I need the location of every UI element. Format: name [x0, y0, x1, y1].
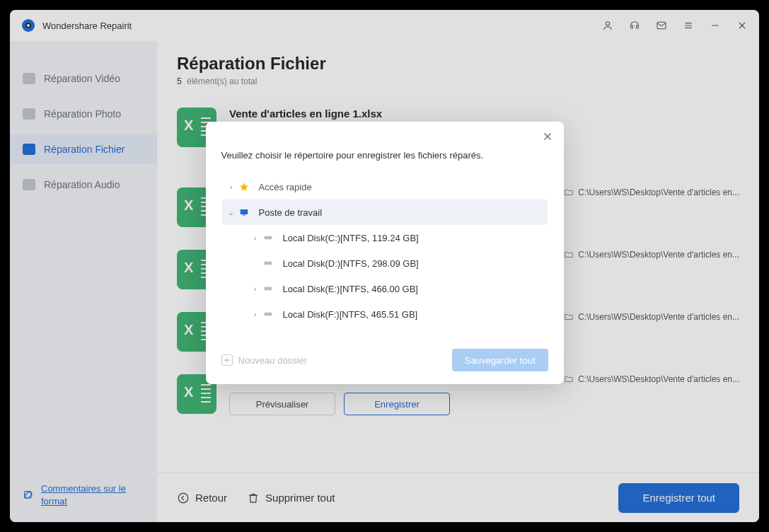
disk-label: Local Disk(D:)[NTFS, 298.09 GB] — [283, 258, 419, 269]
save-directory-modal: Veuillez choisir le répertoire pour enre… — [206, 122, 564, 384]
new-folder-label: Nouveau dossier — [238, 355, 308, 366]
directory-tree: › Accès rapide ⌄ Poste de travail › Loca… — [221, 173, 548, 328]
workstation-label: Poste de travail — [259, 207, 323, 218]
pc-icon — [239, 207, 252, 217]
disk-icon — [263, 258, 276, 268]
tree-workstation[interactable]: ⌄ Poste de travail — [222, 200, 548, 225]
chevron-down-icon: ⌄ — [226, 208, 236, 217]
tree-disk-d[interactable]: Local Disk(D:)[NTFS, 298.09 GB] — [222, 250, 548, 276]
tree-disk-c[interactable]: › Local Disk(C:)[NTFS, 119.24 GB] — [222, 225, 548, 250]
disk-icon — [263, 284, 276, 294]
svg-rect-9 — [243, 215, 245, 216]
disk-label: Local Disk(C:)[NTFS, 119.24 GB] — [283, 233, 419, 243]
chevron-right-icon: › — [250, 233, 260, 242]
svg-rect-11 — [264, 262, 272, 265]
tree-disk-e[interactable]: › Local Disk(E:)[NTFS, 466.00 GB] — [222, 276, 548, 301]
plus-box-icon — [221, 354, 233, 366]
star-icon — [239, 182, 252, 192]
modal-overlay: Veuillez choisir le répertoire pour enre… — [10, 10, 759, 522]
svg-rect-8 — [240, 209, 248, 214]
svg-rect-13 — [264, 313, 272, 316]
app-window: Wondershare Repairit Réparation Vidéo Ré… — [10, 10, 759, 522]
modal-save-all-button[interactable]: Sauvegarder tout — [452, 349, 548, 371]
svg-rect-10 — [264, 236, 272, 240]
disk-label: Local Disk(F:)[NTFS, 465.51 GB] — [283, 309, 418, 320]
new-folder-button[interactable]: Nouveau dossier — [221, 354, 308, 366]
tree-quick-access[interactable]: › Accès rapide — [222, 174, 548, 200]
chevron-right-icon: › — [250, 284, 260, 293]
disk-icon — [263, 233, 276, 243]
svg-rect-12 — [264, 287, 272, 291]
disk-label: Local Disk(E:)[NTFS, 466.00 GB] — [283, 284, 418, 294]
quick-access-label: Accès rapide — [259, 182, 312, 192]
close-icon[interactable] — [541, 130, 554, 143]
chevron-right-icon — [250, 259, 260, 267]
chevron-right-icon: › — [250, 310, 260, 318]
chevron-right-icon: › — [226, 183, 236, 191]
modal-instruction: Veuillez choisir le répertoire pour enre… — [221, 150, 548, 161]
tree-disk-f[interactable]: › Local Disk(F:)[NTFS, 465.51 GB] — [222, 301, 548, 327]
disk-icon — [263, 309, 276, 319]
